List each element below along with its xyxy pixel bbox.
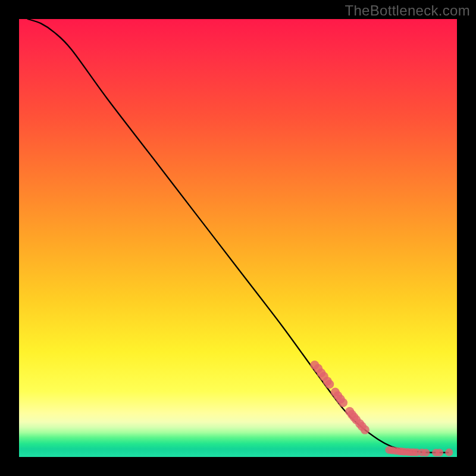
chart-svg <box>19 19 457 457</box>
data-point <box>339 398 347 407</box>
watermark-text: TheBottleneck.com <box>345 2 470 19</box>
data-point <box>436 449 443 456</box>
data-point <box>325 380 334 389</box>
scatter-upper-cluster <box>310 361 369 434</box>
scatter-bottom-cluster <box>385 446 453 456</box>
data-point <box>422 449 430 456</box>
plot-area <box>19 19 457 457</box>
curve-line <box>28 19 449 453</box>
chart-frame: TheBottleneck.com <box>0 0 476 476</box>
data-point <box>361 425 369 434</box>
data-point <box>445 449 453 456</box>
